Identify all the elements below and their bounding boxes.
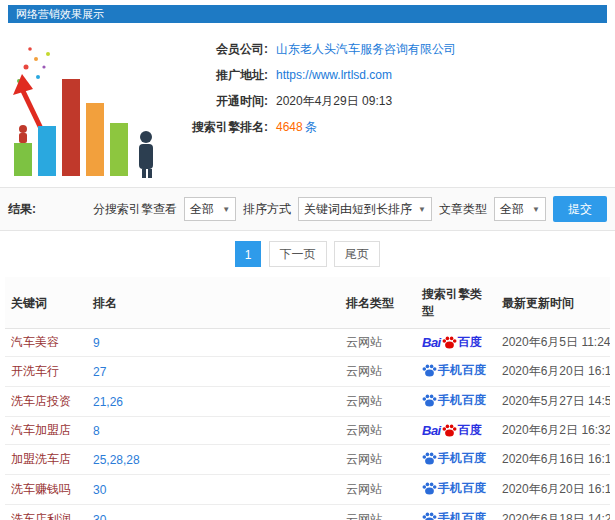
baidu-paw-icon bbox=[422, 451, 437, 466]
info-label: 推广地址: bbox=[164, 67, 268, 83]
info-value[interactable]: 山东老人头汽车服务咨询有限公司 bbox=[276, 41, 456, 57]
rank-cell: 25,28,28 bbox=[87, 445, 340, 475]
rank-link[interactable]: 8 bbox=[93, 424, 100, 438]
chevron-down-icon: ▼ bbox=[222, 205, 230, 214]
sort-select-value: 关键词由短到长排序 bbox=[304, 201, 412, 218]
table-row: 洗车店投资21,26云网站手机百度2020年5月27日 14:58 bbox=[5, 387, 610, 417]
engine-logo-mobile_baidu: 手机百度 bbox=[422, 450, 486, 467]
keyword: 洗车店投资 bbox=[11, 394, 71, 408]
submit-button[interactable]: 提交 bbox=[553, 196, 607, 222]
engine-name-text: 手机百度 bbox=[438, 450, 486, 467]
update-time-cell: 2020年6月2日 16:32 bbox=[496, 417, 610, 445]
info-value: 4648 bbox=[276, 119, 303, 135]
info-row: 搜索引擎排名:4648条 bbox=[164, 119, 605, 135]
update-time-cell: 2020年6月20日 16:12 bbox=[496, 475, 610, 505]
baidu-paw-icon bbox=[442, 423, 457, 438]
engine-name-text: 百度 bbox=[458, 422, 482, 439]
info-label: 搜索引擎排名: bbox=[164, 119, 268, 135]
chart-illustration bbox=[6, 31, 164, 181]
sort-select[interactable]: 关键词由短到长排序 ▼ bbox=[298, 197, 432, 221]
last-page-button[interactable]: 尾页 bbox=[334, 241, 380, 267]
engine-logo-mobile_baidu: 手机百度 bbox=[422, 392, 486, 409]
engine-prefix-text: Bai bbox=[422, 423, 441, 438]
info-value: 2020年4月29日 09:13 bbox=[276, 93, 392, 109]
rank-cell: 30 bbox=[87, 475, 340, 505]
engine-cell: 手机百度 bbox=[416, 357, 496, 387]
engine-cell: 手机百度 bbox=[416, 505, 496, 520]
engine-cell: Bai百度 bbox=[416, 417, 496, 445]
baidu-paw-icon bbox=[422, 511, 437, 520]
engine-cell: 手机百度 bbox=[416, 387, 496, 417]
engine-cell: Bai百度 bbox=[416, 329, 496, 357]
result-label: 结果: bbox=[8, 201, 36, 218]
rank-type-cell: 云网站 bbox=[340, 329, 416, 357]
info-value[interactable]: https://www.lrtlsd.com bbox=[276, 67, 392, 83]
engine-cell: 手机百度 bbox=[416, 445, 496, 475]
rank-cell: 8 bbox=[87, 417, 340, 445]
table-header-row: 关键词排名排名类型搜索引擎类型最新更新时间 bbox=[5, 277, 610, 329]
info-suffix: 条 bbox=[305, 119, 317, 135]
rank-link[interactable]: 30 bbox=[93, 483, 106, 497]
article-type-select-value: 全部 bbox=[500, 201, 524, 218]
column-header: 搜索引擎类型 bbox=[416, 277, 496, 329]
table-row: 汽车加盟店8云网站Bai百度2020年6月2日 16:32 bbox=[5, 417, 610, 445]
rank-link[interactable]: 9 bbox=[93, 336, 100, 350]
rank-type-cell: 云网站 bbox=[340, 505, 416, 520]
rank-link[interactable]: 21,26 bbox=[93, 395, 123, 409]
rank-link[interactable]: 25,28,28 bbox=[93, 453, 140, 467]
info-row: 推广地址:https://www.lrtlsd.com bbox=[164, 67, 605, 83]
baidu-paw-icon bbox=[422, 393, 437, 408]
rank-link[interactable]: 27 bbox=[93, 365, 106, 379]
chevron-down-icon: ▼ bbox=[532, 205, 540, 214]
engine-name-text: 手机百度 bbox=[438, 362, 486, 379]
column-header: 排名 bbox=[87, 277, 340, 329]
next-page-button[interactable]: 下一页 bbox=[269, 241, 327, 267]
column-header: 关键词 bbox=[5, 277, 87, 329]
info-row: 会员公司:山东老人头汽车服务咨询有限公司 bbox=[164, 41, 605, 57]
keyword-cell: 洗车店投资 bbox=[5, 387, 87, 417]
rank-type-cell: 云网站 bbox=[340, 357, 416, 387]
keyword: 洗车赚钱吗 bbox=[11, 482, 71, 496]
results-table-wrap: 关键词排名排名类型搜索引擎类型最新更新时间 汽车美容9云网站Bai百度2020年… bbox=[0, 277, 615, 520]
rank-type-cell: 云网站 bbox=[340, 417, 416, 445]
filter-controls: 分搜索引擎查看 全部 ▼ 排序方式 关键词由短到长排序 ▼ 文章类型 全部 ▼ … bbox=[93, 196, 607, 222]
sort-label: 排序方式 bbox=[243, 201, 291, 218]
table-row: 开洗车行27云网站手机百度2020年6月20日 16:16 bbox=[5, 357, 610, 387]
table-body: 汽车美容9云网站Bai百度2020年6月5日 11:24开洗车行27云网站手机百… bbox=[5, 329, 610, 520]
article-type-label: 文章类型 bbox=[439, 201, 487, 218]
engine-logo-mobile_baidu: 手机百度 bbox=[422, 480, 486, 497]
results-table: 关键词排名排名类型搜索引擎类型最新更新时间 汽车美容9云网站Bai百度2020年… bbox=[5, 277, 610, 520]
rank-cell: 21,26 bbox=[87, 387, 340, 417]
engine-logo-baidu: Bai百度 bbox=[422, 334, 482, 351]
info-list: 会员公司:山东老人头汽车服务咨询有限公司推广地址:https://www.lrt… bbox=[164, 31, 605, 181]
info-label: 会员公司: bbox=[164, 41, 268, 57]
engine-logo-mobile_baidu: 手机百度 bbox=[422, 362, 486, 379]
table-row: 加盟洗车店25,28,28云网站手机百度2020年6月16日 16:11 bbox=[5, 445, 610, 475]
info-row: 开通时间:2020年4月29日 09:13 bbox=[164, 93, 605, 109]
chevron-down-icon: ▼ bbox=[418, 205, 426, 214]
keyword-cell: 汽车加盟店 bbox=[5, 417, 87, 445]
rank-link[interactable]: 30 bbox=[93, 513, 106, 520]
update-time-cell: 2020年6月16日 16:11 bbox=[496, 445, 610, 475]
bar-chart-graphic-icon bbox=[6, 31, 164, 181]
article-type-select[interactable]: 全部 ▼ bbox=[494, 197, 546, 221]
page-number-current[interactable]: 1 bbox=[235, 241, 261, 267]
engine-select[interactable]: 全部 ▼ bbox=[184, 197, 236, 221]
title-bar: 网络营销效果展示 bbox=[8, 5, 607, 23]
engine-name-text: 百度 bbox=[458, 334, 482, 351]
engine-filter-label: 分搜索引擎查看 bbox=[93, 201, 177, 218]
column-header: 排名类型 bbox=[340, 277, 416, 329]
rank-cell: 30 bbox=[87, 505, 340, 520]
engine-select-value: 全部 bbox=[190, 201, 214, 218]
keyword: 洗车店利润 bbox=[11, 512, 71, 520]
keyword-cell: 加盟洗车店 bbox=[5, 445, 87, 475]
engine-name-text: 手机百度 bbox=[438, 392, 486, 409]
top-panel: 会员公司:山东老人头汽车服务咨询有限公司推广地址:https://www.lrt… bbox=[0, 23, 615, 187]
info-label: 开通时间: bbox=[164, 93, 268, 109]
baidu-paw-icon bbox=[422, 363, 437, 378]
filter-bar: 结果: 分搜索引擎查看 全部 ▼ 排序方式 关键词由短到长排序 ▼ 文章类型 全… bbox=[0, 187, 615, 231]
page-title: 网络营销效果展示 bbox=[16, 8, 104, 20]
baidu-paw-icon bbox=[422, 481, 437, 496]
table-row: 汽车美容9云网站Bai百度2020年6月5日 11:24 bbox=[5, 329, 610, 357]
rank-cell: 9 bbox=[87, 329, 340, 357]
